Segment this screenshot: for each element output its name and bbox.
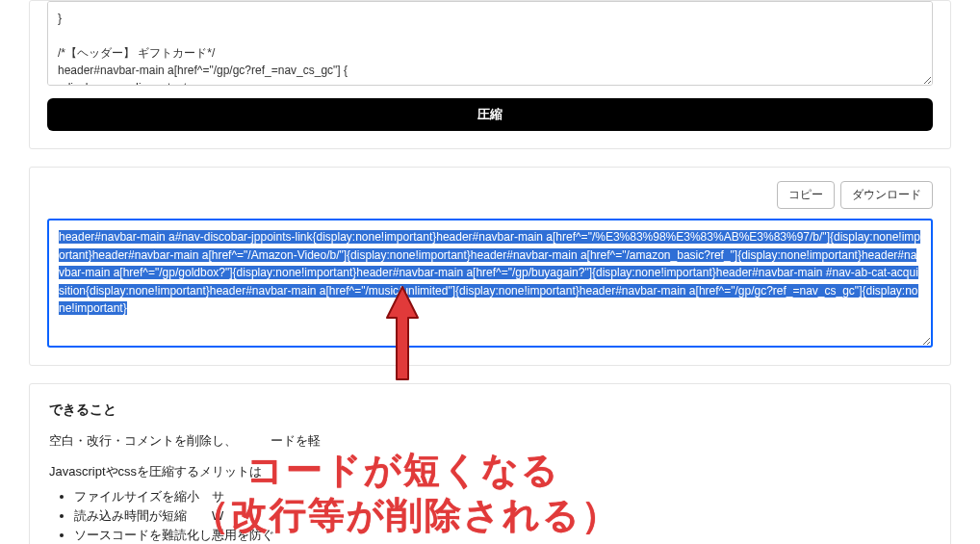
benefit-list: ファイルサイズを縮小（サ 読み込み時間が短縮しいW ソースコードを難読化し悪用を… <box>49 488 931 544</box>
info-card: できること 空白・改行・コメントを削除し、XXXXードを軽 Javascript… <box>29 383 951 544</box>
input-card: 圧縮 <box>29 0 951 149</box>
compressed-output[interactable]: header#navbar-main a#nav-discobar-jppoin… <box>47 219 933 348</box>
source-code-input[interactable] <box>47 1 933 86</box>
copy-button[interactable]: コピー <box>777 181 835 209</box>
list-item: 読み込み時間が短縮しいW <box>74 507 931 525</box>
info-subtitle: Javascriptやcssを圧縮するメリットは? <box>49 463 931 480</box>
download-button[interactable]: ダウンロード <box>840 181 933 209</box>
info-title: できること <box>49 402 931 419</box>
selected-output-text: header#navbar-main a#nav-discobar-jppoin… <box>59 230 920 315</box>
list-item: ファイルサイズを縮小（サ <box>74 488 931 505</box>
compress-button[interactable]: 圧縮 <box>47 98 933 131</box>
list-item: ソースコードを難読化し悪用を防ぐ <box>74 527 931 544</box>
output-toolbar: コピー ダウンロード <box>47 181 933 209</box>
output-card: コピー ダウンロード header#navbar-main a#nav-disc… <box>29 167 951 366</box>
info-description: 空白・改行・コメントを削除し、XXXXードを軽 <box>49 432 931 450</box>
